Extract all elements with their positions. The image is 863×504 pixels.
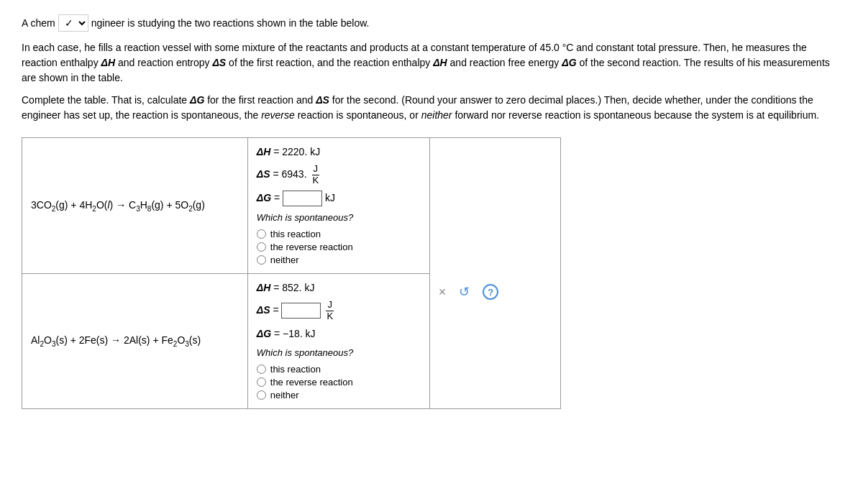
header-row: A chem ✓ ngineer is studying the two rea… xyxy=(22,14,841,32)
reaction-1-radio-group: this reaction the reverse reaction neith… xyxy=(257,229,421,265)
copy-icon-2 xyxy=(475,247,503,272)
reaction-2-label-reverse: the reverse reaction xyxy=(270,377,353,388)
dS2-unit-denominator: K xyxy=(325,311,334,321)
reaction-2-dH-value: 852. xyxy=(282,282,301,293)
question-icon[interactable]: ? xyxy=(483,284,498,300)
paragraph-1: In each case, he fills a reaction vessel… xyxy=(22,40,841,86)
reaction-1-equation: 3CO2(g) + 4H2O(l) → C3H8(g) + 5O2(g) xyxy=(22,138,248,274)
controls-cell: × ↺ ? xyxy=(429,138,560,409)
reaction-1-option-reverse[interactable]: the reverse reaction xyxy=(257,242,421,252)
reactions-table: 3CO2(g) + 4H2O(l) → C3H8(g) + 5O2(g) ΔH … xyxy=(22,137,561,409)
x-icon[interactable]: × xyxy=(439,285,447,300)
reaction-2-dS-row: ΔS = J K xyxy=(257,300,421,321)
reaction-2-dG: ΔG = −18. kJ xyxy=(257,326,421,342)
action-icons: × ↺ ? xyxy=(439,284,552,300)
reaction-1-dS-fraction: J K xyxy=(311,164,320,185)
copy-icon-1 xyxy=(439,247,467,272)
dS-unit-numerator: J xyxy=(312,164,320,175)
reaction-1-dH-value: 2220. xyxy=(282,146,307,157)
reaction-1-label-this: this reaction xyxy=(270,229,321,239)
reaction-2-label-this: this reaction xyxy=(270,364,321,375)
reaction-2-dG-value: −18. xyxy=(283,328,303,339)
reaction-2-equation: Al2O3(s) + 2Fe(s) → 2Al(s) + Fe2O3(s) xyxy=(22,274,248,409)
table-row: 3CO2(g) + 4H2O(l) → C3H8(g) + 5O2(g) ΔH … xyxy=(22,138,561,274)
reaction-2-label-neither: neither xyxy=(270,390,299,400)
reaction-1-option-neither[interactable]: neither xyxy=(257,255,421,265)
reaction-2-dS-input[interactable] xyxy=(281,303,321,319)
reaction-1-label-neither: neither xyxy=(270,255,299,265)
dS2-unit-numerator: J xyxy=(326,300,334,311)
reaction-1-which-label: Which is spontaneous? xyxy=(257,211,421,226)
reaction-2-option-reverse[interactable]: the reverse reaction xyxy=(257,377,421,388)
reaction-2-data: ΔH = 852. kJ ΔS = J K ΔG = −18. kJ xyxy=(247,274,429,409)
reaction-2-dH: ΔH = 852. kJ xyxy=(257,280,421,295)
reaction-1-dG-unit: kJ xyxy=(325,192,335,203)
reaction-2-dS-fraction: J K xyxy=(325,300,334,321)
copy-icons-row xyxy=(439,247,552,272)
paragraph-2: Complete the table. That is, calculate Δ… xyxy=(22,93,841,123)
dS-unit-denominator: K xyxy=(311,175,320,185)
reaction-2-radio-reverse[interactable] xyxy=(257,377,266,387)
undo-icon[interactable]: ↺ xyxy=(459,284,470,300)
reaction-1-dG-input[interactable] xyxy=(283,191,322,206)
reaction-1-radio-this[interactable] xyxy=(257,229,266,239)
reaction-1-radio-reverse[interactable] xyxy=(257,242,266,252)
reaction-1-dH: ΔH = 2220. kJ xyxy=(257,144,421,160)
header-prefix: A chem xyxy=(22,17,55,29)
reaction-2-option-this[interactable]: this reaction xyxy=(257,364,421,375)
reaction-1-dS: ΔS = 6943. J K xyxy=(257,164,421,185)
reaction-1-option-this[interactable]: this reaction xyxy=(257,229,421,239)
reaction-2-option-neither[interactable]: neither xyxy=(257,390,421,400)
reaction-1-data: ΔH = 2220. kJ ΔS = 6943. J K ΔG = kJ xyxy=(247,138,429,274)
reaction-2-dH-unit: kJ xyxy=(304,282,314,293)
app-dropdown[interactable]: ✓ xyxy=(58,14,88,32)
reaction-2-which-label: Which is spontaneous? xyxy=(257,346,421,361)
reaction-1-label-reverse: the reverse reaction xyxy=(270,242,353,252)
reaction-1-dS-value: 6943. xyxy=(281,168,306,180)
reaction-2-radio-neither[interactable] xyxy=(257,390,266,400)
reaction-2-radio-group: this reaction the reverse reaction neith… xyxy=(257,364,421,400)
reaction-1-dH-unit: kJ xyxy=(310,146,320,157)
header-suffix: ngineer is studying the two reactions sh… xyxy=(91,17,370,29)
reaction-2-radio-this[interactable] xyxy=(257,365,266,374)
reaction-1-radio-neither[interactable] xyxy=(257,255,266,265)
reaction-2-dG-unit: kJ xyxy=(306,328,316,339)
reaction-1-dG-row: ΔG = kJ xyxy=(257,190,421,206)
